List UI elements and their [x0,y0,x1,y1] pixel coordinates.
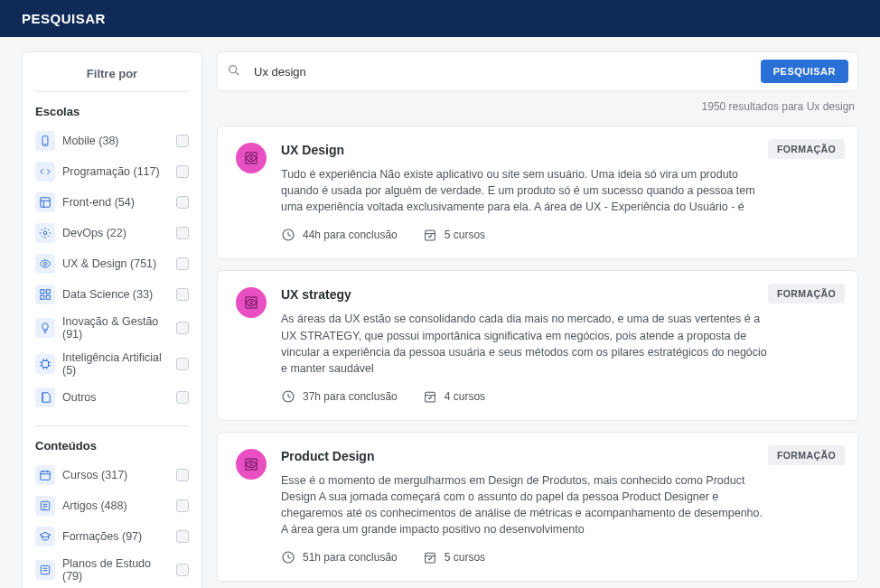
sidebar-section-heading: Escolas [35,105,189,118]
duration-stat: 37h para conclusão [281,389,398,404]
filter-checkbox[interactable] [176,358,189,370]
filter-row[interactable]: Formações (97) [35,521,189,552]
chip-icon [35,354,55,374]
filter-checkbox[interactable] [176,469,189,481]
grid-icon [35,285,55,304]
filter-label: Outros [62,391,169,404]
filter-checkbox[interactable] [176,196,189,209]
filter-checkbox[interactable] [176,530,189,543]
clock-icon: 44h para conclusão [303,229,398,241]
gear-icon [35,223,55,243]
search-icon [227,63,241,80]
filter-row[interactable]: DevOps (22) [35,218,189,248]
list-icon [35,560,55,580]
filter-row[interactable]: Programação (117) [35,156,189,187]
filter-label: Mobile (38) [62,135,169,147]
filter-label: Cursos (317) [62,469,169,481]
type-badge: FORMAÇÃO [768,284,845,303]
filter-label: Front-end (54) [62,196,169,209]
courses-stat: 5 cursos [423,228,485,242]
svg-point-48 [250,462,253,465]
courses-stat: 4 cursos [423,389,485,404]
search-bar: PESQUISAR [217,51,858,91]
filter-row[interactable]: Artigos (488) [35,490,189,521]
course-thumb-icon [236,287,267,318]
courses-stat: 5 cursos [423,550,485,565]
result-card[interactable]: FORMAÇÃOUX strategyAs áreas da UX estão … [217,270,858,421]
svg-point-43 [250,302,253,304]
filter-checkbox[interactable] [176,322,189,334]
type-badge: FORMAÇÃO [768,445,845,465]
code-icon [35,162,55,182]
filter-label: Inteligência Artificial (5) [62,351,169,377]
filter-row[interactable]: Front-end (54) [35,187,189,218]
main-column: PESQUISAR 1950 resultados para Ux design… [217,51,858,588]
filter-checkbox[interactable] [176,391,189,404]
svg-rect-10 [46,295,50,299]
filter-row[interactable]: Data Science (33) [35,279,189,310]
filter-row[interactable]: UX & Design (751) [35,248,189,279]
svg-rect-40 [425,231,435,241]
result-description: Esse é o momento de mergulharmos em Desi… [281,472,767,538]
filter-row[interactable]: Inteligência Artificial (5) [35,346,189,382]
result-card[interactable]: FORMAÇÃOProduct DesignEsse é o momento d… [217,432,858,583]
filter-label: Artigos (488) [62,499,169,512]
filter-checkbox[interactable] [176,257,189,270]
filter-checkbox[interactable] [176,165,189,178]
svg-rect-21 [41,471,51,480]
filter-label: Programação (117) [62,165,169,178]
sidebar-title: Filtre por [35,67,189,92]
filter-checkbox[interactable] [176,227,189,239]
layout-icon [35,192,55,212]
result-card[interactable]: FORMAÇÃOUX DesignTudo é experiência Não … [217,126,858,259]
bulb-icon [35,318,55,338]
filter-label: Inovação & Gestão (91) [62,315,169,341]
filter-label: Data Science (33) [62,288,169,301]
filter-checkbox[interactable] [176,499,189,512]
svg-rect-29 [41,565,49,574]
svg-point-5 [43,231,47,235]
search-input[interactable] [250,61,752,82]
svg-rect-7 [41,290,44,294]
calendar-icon [35,465,55,485]
duration-stat: 44h para conclusão [281,228,398,242]
svg-point-6 [43,262,47,266]
clock-icon: 51h para conclusão [303,551,398,564]
svg-rect-45 [425,392,435,402]
svg-point-38 [250,157,253,160]
cap-icon [35,527,55,546]
filter-label: DevOps (22) [62,227,169,239]
result-title: UX Design [281,143,767,157]
filter-row[interactable]: Inovação & Gestão (91) [35,310,189,346]
eye-icon [35,254,55,274]
filter-row[interactable]: Outros [35,382,189,413]
filter-row[interactable]: Cursos (317) [35,460,189,490]
filter-row[interactable]: Mobile (38) [35,126,189,156]
filter-checkbox[interactable] [176,564,189,576]
duration-stat: 51h para conclusão [281,550,398,565]
clock-icon: 37h para conclusão [303,390,398,403]
mobile-icon [35,131,55,151]
article-icon [35,496,55,516]
sidebar-section-heading: Conteúdos [35,439,189,453]
course-thumb-icon [236,143,267,173]
svg-rect-50 [425,554,435,564]
topbar: PESQUISAR [0,0,880,37]
svg-line-36 [236,72,239,75]
results-count: 1950 resultados para Ux design [217,98,858,118]
topbar-title: PESQUISAR [22,11,106,26]
filter-label: UX & Design (751) [62,257,169,270]
filter-checkbox[interactable] [176,288,189,301]
page-wrap: Filtre por EscolasMobile (38)Programação… [0,37,880,588]
filter-sidebar: Filtre por EscolasMobile (38)Programação… [22,51,202,588]
result-description: As áreas da UX estão se consolidando cad… [281,311,767,377]
svg-rect-11 [42,361,49,368]
svg-rect-2 [41,198,51,208]
svg-rect-8 [46,290,50,294]
filter-checkbox[interactable] [176,135,189,147]
search-button[interactable]: PESQUISAR [761,60,848,83]
svg-rect-9 [41,295,44,299]
filter-row[interactable]: Planos de Estudo (79) [35,552,189,588]
type-badge: FORMAÇÃO [768,139,845,159]
filter-label: Planos de Estudo (79) [62,557,169,583]
